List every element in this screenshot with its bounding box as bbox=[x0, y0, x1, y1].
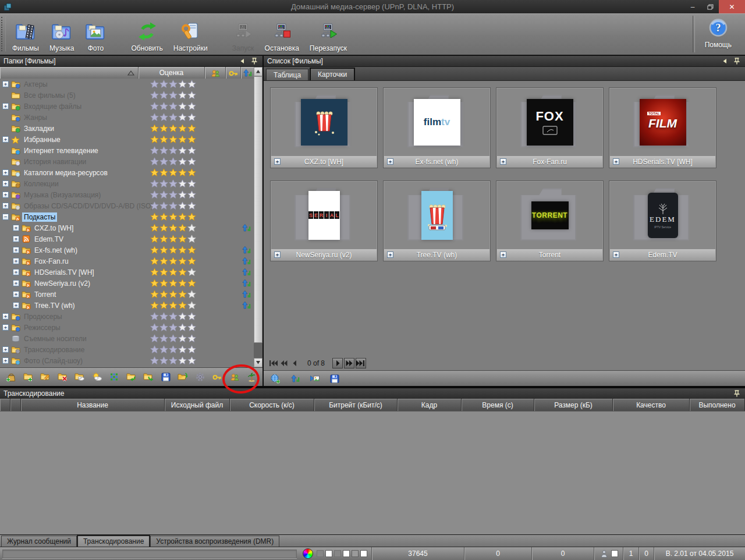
rating-stars[interactable] bbox=[150, 190, 196, 199]
tree-item[interactable]: − Подкасты bbox=[0, 211, 254, 222]
tree-item[interactable]: + Fox-Fan.ru bbox=[0, 256, 254, 267]
media-card[interactable]: + Tree.TV (wh) bbox=[383, 180, 491, 261]
rating-stars[interactable] bbox=[150, 157, 196, 165]
media-card[interactable]: + CXZ.to [WH] bbox=[270, 87, 378, 168]
toolbar-button-settings[interactable]: Настройки bbox=[168, 13, 213, 55]
tree-item-label[interactable]: NewSeriya.ru (v2) bbox=[33, 279, 92, 288]
tree-expander-plus[interactable]: + bbox=[13, 258, 19, 264]
scroll-up-button[interactable] bbox=[254, 67, 262, 76]
toolbar-button-music[interactable]: Музыка bbox=[44, 13, 79, 55]
tree-item[interactable]: + Tree.TV (wh) bbox=[0, 300, 254, 311]
tree-expander-plus[interactable]: + bbox=[13, 225, 19, 231]
transcode-column-Битрейт (кБит/с)[interactable]: Битрейт (кБит/с) bbox=[314, 399, 398, 411]
tree-item[interactable]: + Edem.TV bbox=[0, 233, 254, 244]
media-card[interactable]: SERIAL + NewSeriya.ru (v2) bbox=[270, 180, 378, 261]
rating-stars[interactable] bbox=[150, 80, 196, 88]
tree-item-label[interactable]: Продюсеры bbox=[22, 312, 64, 321]
bag-add-icon[interactable] bbox=[5, 371, 17, 383]
rating-stars[interactable] bbox=[150, 146, 196, 154]
tree-expander-plus[interactable]: + bbox=[2, 357, 9, 364]
pager-last-icon[interactable] bbox=[356, 358, 366, 368]
media-card[interactable]: FOX + Fox-Fan.ru bbox=[496, 87, 604, 168]
tree-item-label[interactable]: Torrent bbox=[33, 290, 58, 299]
card-expander-plus[interactable]: + bbox=[500, 158, 506, 165]
collapse-arrow-icon[interactable] bbox=[722, 57, 728, 65]
scroll-thumb[interactable] bbox=[254, 76, 262, 343]
tree-item[interactable]: + Torrent bbox=[0, 289, 254, 300]
tree-item-label[interactable]: Музыка (Визуализация) bbox=[22, 190, 102, 200]
folders-scrollbar[interactable] bbox=[254, 67, 262, 367]
transcode-column-Размер (кБ)[interactable]: Размер (кБ) bbox=[534, 399, 613, 411]
toolbar-button-photo[interactable]: Фото bbox=[79, 13, 112, 55]
pager-next-icon[interactable] bbox=[332, 358, 343, 368]
tree-item-label[interactable]: Edem.TV bbox=[33, 235, 65, 244]
tree-item-label[interactable]: Tree.TV (wh) bbox=[33, 301, 77, 310]
rating-stars[interactable] bbox=[150, 91, 196, 99]
rating-stars[interactable] bbox=[150, 124, 196, 132]
tree-item[interactable]: + Образы CD/SACD/DVD/DVD-A/BD (ISO) bbox=[0, 200, 254, 211]
rating-stars[interactable] bbox=[150, 201, 196, 210]
tree-item-label[interactable]: Закладки bbox=[22, 124, 56, 133]
tree-expander-plus[interactable]: + bbox=[2, 203, 9, 209]
tree-item-label[interactable]: CXZ.to [WH] bbox=[33, 224, 75, 233]
tree-item[interactable]: + Входящие файлы bbox=[0, 101, 254, 112]
transcode-column-Время (с)[interactable]: Время (с) bbox=[462, 399, 534, 411]
rating-stars[interactable] bbox=[150, 113, 196, 121]
tree-item[interactable]: + Режиссеры bbox=[0, 322, 254, 333]
media-card[interactable]: TOTAL FILM + HDSerials.TV [WH] bbox=[609, 87, 716, 168]
folder-add-icon[interactable] bbox=[23, 371, 34, 383]
grid-icon[interactable] bbox=[108, 371, 120, 383]
column-users[interactable] bbox=[205, 67, 226, 79]
minimize-button[interactable]: – bbox=[684, 0, 701, 13]
transcode-column[interactable] bbox=[10, 399, 21, 411]
tree-item[interactable]: + Музыка (Визуализация) bbox=[0, 189, 254, 200]
tree-item[interactable]: Жанры bbox=[0, 112, 254, 123]
pager-first-icon[interactable] bbox=[268, 358, 278, 368]
tree-item-label[interactable]: Каталоги медиа-ресурсов bbox=[22, 168, 109, 178]
bottom-tab[interactable]: Журнал сообщений bbox=[1, 536, 77, 547]
pin-icon[interactable] bbox=[732, 57, 742, 65]
tree-expander-plus[interactable]: + bbox=[13, 291, 19, 297]
tree-item[interactable]: + Каталоги медиа-ресурсов bbox=[0, 167, 254, 178]
gear-icon[interactable] bbox=[194, 371, 206, 383]
bottom-tab[interactable]: Устройства воспроизведения (DMR) bbox=[150, 536, 279, 547]
save-icon[interactable] bbox=[329, 373, 340, 384]
folder-delete-icon[interactable] bbox=[57, 371, 69, 383]
tree-item[interactable]: + Продюсеры bbox=[0, 311, 254, 322]
tree-item[interactable]: + Ex-fs.net (wh) bbox=[0, 244, 254, 256]
rating-stars[interactable] bbox=[150, 168, 196, 176]
column-name[interactable] bbox=[0, 67, 139, 79]
tree-item[interactable]: + CXZ.to [WH] bbox=[0, 222, 254, 233]
rating-stars[interactable] bbox=[150, 224, 196, 232]
weather-icon[interactable] bbox=[91, 371, 103, 383]
tree-item[interactable]: + NewSeriya.ru (v2) bbox=[0, 278, 254, 289]
collapse-arrow-icon[interactable] bbox=[239, 57, 245, 65]
tree-item[interactable]: + Коллекции bbox=[0, 178, 254, 189]
folder-open-arrow-icon[interactable] bbox=[177, 371, 189, 383]
save-icon[interactable] bbox=[160, 371, 172, 383]
image-export-icon[interactable] bbox=[309, 373, 321, 384]
column-upload[interactable] bbox=[241, 67, 254, 79]
tree-item-label[interactable]: Интернет телевидение bbox=[22, 146, 100, 155]
tree-item[interactable]: История навигации bbox=[0, 156, 254, 167]
rating-stars[interactable] bbox=[150, 301, 196, 309]
rating-stars[interactable] bbox=[150, 268, 196, 276]
pin-icon[interactable] bbox=[250, 57, 259, 65]
users-icon[interactable] bbox=[229, 371, 240, 383]
tree-item-label[interactable]: Избранные bbox=[22, 135, 62, 144]
tree-item[interactable]: Закладки bbox=[0, 123, 254, 134]
tree-expander-plus[interactable]: + bbox=[2, 136, 9, 143]
transcode-column[interactable] bbox=[0, 399, 10, 411]
rating-stars[interactable] bbox=[150, 235, 196, 243]
media-card[interactable]: EDEM IPTV Service + Edem.TV bbox=[609, 180, 716, 261]
folder-export-icon[interactable] bbox=[143, 371, 154, 383]
palm-icon[interactable] bbox=[246, 371, 257, 383]
pager-next-fast-icon[interactable] bbox=[344, 358, 354, 368]
tree-item-label[interactable]: Подкасты bbox=[22, 212, 57, 222]
tree-item-label[interactable]: Fox-Fan.ru bbox=[33, 257, 70, 266]
folder-cloud-icon[interactable] bbox=[74, 371, 86, 383]
card-expander-plus[interactable]: + bbox=[613, 251, 619, 258]
tree-expander-plus[interactable]: + bbox=[13, 302, 19, 309]
transcode-column-Кадр[interactable]: Кадр bbox=[398, 399, 462, 411]
media-card[interactable]: TORRENT + Torrent bbox=[496, 180, 604, 261]
